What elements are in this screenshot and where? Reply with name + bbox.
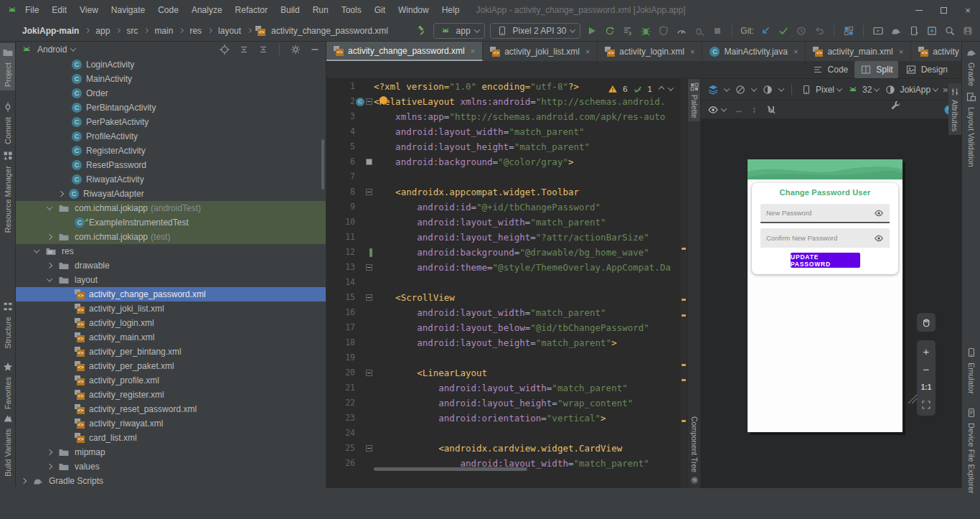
- close-icon[interactable]: ×: [899, 47, 903, 56]
- run-button[interactable]: [585, 24, 598, 37]
- chevron-down-icon[interactable]: [47, 276, 52, 281]
- run-config-selector[interactable]: app: [433, 23, 485, 39]
- stop-button[interactable]: [711, 24, 724, 37]
- chevron-right-icon[interactable]: [58, 191, 64, 197]
- color-swatch-icon[interactable]: [366, 159, 372, 165]
- menu-edit[interactable]: Edit: [45, 2, 73, 18]
- autoconnect-off-icon[interactable]: [765, 103, 778, 116]
- tree-item[interactable]: Gradle Scripts: [16, 474, 326, 487]
- chevron-right-icon[interactable]: [47, 263, 52, 268]
- stripe-item-emulator[interactable]: Emulator: [962, 343, 980, 399]
- breadcrumb-item[interactable]: res: [187, 24, 204, 37]
- tree-item[interactable]: activity_change_password.xml: [16, 287, 326, 301]
- confirm-password-field[interactable]: Confirm New Password: [760, 228, 890, 248]
- breadcrumb-item[interactable]: JokiApp-main: [20, 24, 81, 37]
- stripe-item-gradle[interactable]: Gradle: [962, 43, 980, 85]
- code-line[interactable]: 19: [326, 350, 687, 365]
- expand-all-button[interactable]: [237, 43, 250, 56]
- tree-item[interactable]: card_list.xml: [16, 431, 326, 445]
- menu-refactor[interactable]: Refactor: [229, 2, 274, 18]
- tab-activity_change_password-xml[interactable]: activity_change_password.xml×: [326, 42, 483, 61]
- tree-item[interactable]: CRiwayatActivity: [16, 172, 326, 187]
- running-devices-button[interactable]: [872, 24, 885, 37]
- menu-git[interactable]: Git: [368, 2, 392, 18]
- preview-device-selector[interactable]: Pixel: [800, 83, 842, 96]
- tree-item[interactable]: CExampleInstrumentedTest: [16, 215, 326, 230]
- menu-file[interactable]: File: [19, 2, 45, 18]
- code-line[interactable]: 13 android:theme="@style/ThemeOverlay.Ap…: [326, 260, 687, 275]
- breadcrumb-item[interactable]: app: [93, 24, 112, 37]
- mode-code[interactable]: Code: [806, 61, 854, 78]
- tree-item[interactable]: com.ichmal.jokiapp(test): [16, 230, 326, 244]
- chevron-down-icon[interactable]: [47, 204, 52, 210]
- debug-button[interactable]: [639, 24, 652, 37]
- preview-api-selector[interactable]: 32: [847, 83, 879, 96]
- project-view-selector[interactable]: Android: [37, 45, 67, 55]
- error-stripe[interactable]: [681, 79, 687, 488]
- code-line[interactable]: 3 xmlns:app="http://schemas.android.com/…: [326, 109, 687, 124]
- menu-help[interactable]: Help: [435, 2, 466, 18]
- horizontal-scrollbar[interactable]: [374, 467, 527, 471]
- tab-palette[interactable]: Palette: [688, 79, 700, 121]
- tree-item[interactable]: res: [16, 244, 326, 258]
- gradle-sync-button[interactable]: [890, 24, 903, 37]
- inspections-widget[interactable]: 6 1: [605, 82, 676, 96]
- code-line[interactable]: 16 android:layout_width="match_parent": [326, 305, 687, 320]
- toolbar-overflow[interactable]: »: [943, 84, 948, 95]
- fold-marker-icon[interactable]: [366, 294, 372, 301]
- next-issue-icon[interactable]: [668, 85, 674, 90]
- close-icon[interactable]: ×: [793, 47, 798, 56]
- code-line[interactable]: 6 android:background="@color/gray">: [326, 154, 687, 169]
- view-options-icon[interactable]: [707, 103, 720, 116]
- device-manager-button[interactable]: [908, 24, 920, 37]
- code-line[interactable]: 21 android:layout_width="match_parent": [326, 380, 687, 396]
- code-line[interactable]: 4 android:layout_width="match_parent": [326, 124, 687, 139]
- toggle-password-visibility-icon[interactable]: [874, 232, 884, 245]
- tree-item[interactable]: CLoginActivity: [16, 57, 326, 72]
- chevron-right-icon[interactable]: [47, 449, 52, 455]
- git-history-button[interactable]: [795, 24, 808, 37]
- tab-activity_login-xml[interactable]: activity_login.xml×: [598, 42, 702, 61]
- close-icon[interactable]: ×: [585, 47, 590, 56]
- fold-marker-icon[interactable]: [366, 189, 372, 195]
- sdk-manager-button[interactable]: [925, 24, 938, 37]
- hide-panel-button[interactable]: [308, 43, 321, 56]
- mode-split[interactable]: Split: [854, 61, 897, 78]
- tree-item[interactable]: CRegisterActivity: [16, 144, 326, 158]
- chevron-right-icon[interactable]: [21, 478, 27, 484]
- tree-item[interactable]: CMainActivity: [16, 72, 326, 86]
- tree-item[interactable]: CResetPassword: [16, 158, 326, 172]
- menu-view[interactable]: View: [73, 2, 105, 18]
- minimize-button[interactable]: [907, 0, 931, 20]
- close-icon[interactable]: ×: [471, 47, 475, 55]
- code-line[interactable]: 17 android:layout_below="@id/tbChangePas…: [326, 320, 687, 335]
- git-commit-button[interactable]: [777, 24, 790, 37]
- code-line[interactable]: 25 <androidx.cardview.widget.CardView: [326, 441, 687, 456]
- code-line[interactable]: 12 android:background="@drawable/bg_home…: [326, 245, 687, 260]
- code-line[interactable]: 20 <LinearLayout: [326, 365, 687, 380]
- menu-tools[interactable]: Tools: [335, 2, 368, 18]
- code-line[interactable]: 11 android:layout_height="?attr/actionBa…: [326, 230, 687, 245]
- menu-navigate[interactable]: Navigate: [105, 2, 151, 18]
- select-opened-file-button[interactable]: [218, 43, 231, 56]
- code-line[interactable]: 24: [326, 426, 687, 441]
- device-selector[interactable]: Pixel 2 API 30: [490, 23, 581, 39]
- build-hammer-button[interactable]: [415, 24, 428, 37]
- project-tree-scrollbar[interactable]: [321, 139, 324, 190]
- project-structure-button[interactable]: [842, 24, 855, 37]
- apply-code-changes-button[interactable]: [621, 24, 634, 37]
- mode-design[interactable]: Design: [900, 61, 953, 78]
- tree-item[interactable]: COrder: [16, 86, 326, 100]
- chevron-right-icon[interactable]: [47, 464, 52, 469]
- profile-button[interactable]: [657, 24, 670, 37]
- night-mode-icon[interactable]: [761, 83, 774, 96]
- prev-issue-icon[interactable]: [659, 86, 664, 92]
- menu-analyze[interactable]: Analyze: [185, 2, 229, 18]
- code-line[interactable]: 10 android:layout_width="match_parent": [326, 215, 687, 230]
- new-password-field[interactable]: New Password: [760, 204, 890, 223]
- stripe-item-structure[interactable]: Structure: [0, 297, 15, 353]
- fold-marker-icon[interactable]: [366, 98, 372, 105]
- tree-item[interactable]: activity_joki_list.xml: [16, 301, 326, 316]
- tree-item[interactable]: CProfileActivity: [16, 129, 326, 144]
- tree-item[interactable]: CRiwayatAdapter: [16, 187, 326, 201]
